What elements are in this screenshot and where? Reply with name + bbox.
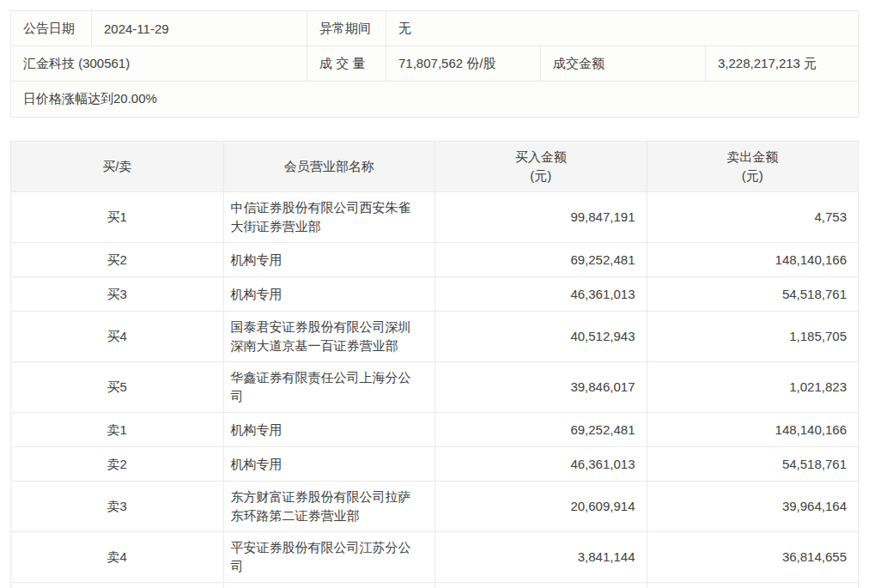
summary-row-date: 公告日期 2024-11-29 异常期间 无 [11, 11, 858, 45]
sell-amount-cell: 54,518,761 [647, 277, 859, 311]
table-row: 卖4 平安证券股份有限公司江苏分公司 3,841,144 36,814,655 [11, 531, 858, 582]
header-side: 买/卖 [11, 142, 223, 191]
table-row: 卖5 机构专用 4,922,656 36,150,938 [11, 582, 858, 588]
abnormal-period-value: 无 [386, 11, 858, 45]
abnormal-reason-note: 日价格涨幅达到20.00% [11, 82, 858, 117]
turnover-value: 3,228,217,213 元 [705, 46, 858, 81]
side-cell: 买3 [11, 277, 223, 311]
table-row: 卖3 东方财富证券股份有限公司拉萨东环路第二证券营业部 20,609,914 3… [11, 481, 858, 531]
sell-amount-cell: 36,150,938 [647, 583, 859, 588]
header-sell-amount-unit: (元) [726, 167, 778, 185]
broker-cell: 机构专用 [223, 413, 435, 446]
sell-amount-cell: 148,140,166 [647, 243, 859, 276]
header-buy-amount: 买入金额 (元) [434, 142, 647, 191]
side-cell: 卖5 [11, 583, 223, 588]
table-row: 卖1 机构专用 69,252,481 148,140,166 [11, 412, 858, 446]
side-cell: 买5 [11, 362, 223, 412]
side-cell: 卖4 [11, 532, 223, 582]
side-cell: 卖1 [11, 413, 223, 446]
table-row: 买3 机构专用 46,361,013 54,518,761 [11, 276, 858, 311]
summary-row-note: 日价格涨幅达到20.00% [11, 81, 858, 117]
table-header-row: 买/卖 会员营业部名称 买入金额 (元) 卖出金额 (元) [11, 142, 858, 191]
page: 公告日期 2024-11-29 异常期间 无 汇金科技 (300561) 成 交… [0, 0, 869, 588]
buy-amount-cell: 46,361,013 [434, 447, 647, 481]
table-row: 卖2 机构专用 46,361,013 54,518,761 [11, 446, 858, 481]
broker-cell: 东方财富证券股份有限公司拉萨东环路第二证券营业部 [223, 482, 435, 531]
broker-cell: 机构专用 [223, 447, 435, 481]
broker-cell: 机构专用 [223, 277, 435, 311]
buy-amount-cell: 40,512,943 [434, 312, 647, 361]
broker-cell: 中信证券股份有限公司西安朱雀大街证券营业部 [223, 192, 435, 242]
broker-cell: 华鑫证券有限责任公司上海分公司 [223, 362, 435, 412]
volume-value: 71,807,562 份/股 [386, 46, 540, 81]
header-broker: 会员营业部名称 [223, 142, 435, 191]
side-cell: 卖3 [11, 482, 223, 531]
sell-amount-cell: 36,814,655 [647, 532, 859, 582]
table-row: 买2 机构专用 69,252,481 148,140,166 [11, 242, 858, 276]
side-cell: 买2 [11, 243, 223, 276]
side-cell: 卖2 [11, 447, 223, 481]
sell-amount-cell: 1,021,823 [647, 362, 859, 412]
broker-cell: 国泰君安证券股份有限公司深圳深南大道京基一百证券营业部 [223, 312, 435, 361]
announce-date-value: 2024-11-29 [91, 11, 307, 45]
table-row: 买1 中信证券股份有限公司西安朱雀大街证券营业部 99,847,191 4,75… [11, 191, 858, 242]
table-row: 买5 华鑫证券有限责任公司上海分公司 39,846,017 1,021,823 [11, 361, 858, 412]
volume-label: 成 交 量 [307, 46, 386, 81]
sell-amount-cell: 4,753 [647, 192, 859, 242]
sell-amount-cell: 39,964,164 [647, 482, 859, 531]
buy-amount-cell: 3,841,144 [434, 532, 647, 582]
broker-cell: 平安证券股份有限公司江苏分公司 [223, 532, 435, 582]
side-cell: 买4 [11, 312, 223, 361]
summary-row-stock: 汇金科技 (300561) 成 交 量 71,807,562 份/股 成交金额 … [11, 45, 858, 81]
buy-amount-cell: 39,846,017 [434, 362, 647, 412]
table-row: 买4 国泰君安证券股份有限公司深圳深南大道京基一百证券营业部 40,512,94… [11, 311, 858, 361]
header-sell-amount-line1: 卖出金额 [726, 148, 778, 167]
turnover-label: 成交金额 [540, 46, 705, 81]
broker-cell: 机构专用 [223, 243, 435, 276]
header-buy-amount-unit: (元) [515, 167, 567, 185]
sell-amount-cell: 1,185,705 [647, 312, 859, 361]
header-sell-amount: 卖出金额 (元) [647, 142, 859, 191]
stock-summary-box: 公告日期 2024-11-29 异常期间 无 汇金科技 (300561) 成 交… [10, 10, 859, 118]
sell-amount-cell: 54,518,761 [647, 447, 859, 481]
abnormal-period-label: 异常期间 [307, 11, 386, 45]
buy-amount-cell: 20,609,914 [434, 482, 647, 531]
buy-amount-cell: 46,361,013 [434, 277, 647, 311]
side-cell: 买1 [11, 192, 223, 242]
buy-amount-cell: 69,252,481 [434, 243, 647, 276]
sell-amount-cell: 148,140,166 [647, 413, 859, 446]
stock-name: 汇金科技 (300561) [11, 46, 307, 81]
broker-cell: 机构专用 [223, 583, 435, 588]
broker-seats-table: 买/卖 会员营业部名称 买入金额 (元) 卖出金额 (元) 买1 中信证券股份有… [10, 141, 859, 588]
buy-amount-cell: 4,922,656 [434, 583, 647, 588]
buy-amount-cell: 99,847,191 [434, 192, 647, 242]
header-buy-amount-line1: 买入金额 [515, 148, 567, 167]
announce-date-label: 公告日期 [11, 11, 91, 45]
buy-amount-cell: 69,252,481 [434, 413, 647, 446]
